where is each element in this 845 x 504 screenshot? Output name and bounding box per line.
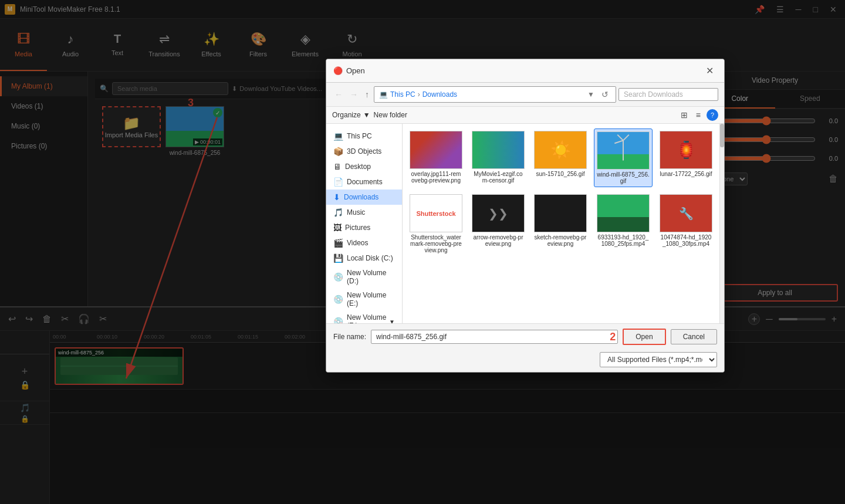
ds-localc[interactable]: 💾Local Disk (C:) <box>326 251 402 266</box>
pictures-icon: 🖼 <box>333 223 342 232</box>
open-dialog: 🔴 Open ✕ ← → ↑ 💻 This PC › Downloads ▼ ↺… <box>326 59 725 373</box>
df-arrow-thumb: ❯❯ <box>472 194 525 232</box>
df-sun-thumb: ☀️ <box>534 131 587 169</box>
filetype-row: All Supported Files (*.mp4;*.mc <box>326 350 724 372</box>
organize-label: Organize <box>332 111 361 119</box>
ds-videos[interactable]: 🎬Videos <box>326 235 402 251</box>
dialog-icon: 🔴 <box>333 66 343 75</box>
df-overlay[interactable]: overlay.jpg111-removebg-preview.png <box>407 128 465 187</box>
df-lunar-name: lunar-17722_256.gif <box>660 171 712 177</box>
path-downloads[interactable]: Downloads <box>422 90 457 99</box>
desktop-icon: 🖥 <box>333 162 342 171</box>
dialog-toolbar: Organize ▼ New folder ⊞ ≡ ? <box>326 107 724 124</box>
dialog-nav: ← → ↑ 💻 This PC › Downloads ▼ ↺ <box>326 83 724 107</box>
df-shutterstock-thumb: Shutterstock <box>410 194 462 232</box>
df-lunar-thumb: 🏮 <box>660 131 712 169</box>
df-mymovie[interactable]: MyMovie1-ezgif.com-censor.gif <box>469 128 527 187</box>
dialog-body: 💻This PC 📦3D Objects 🖥Desktop 📄Documents… <box>326 124 724 323</box>
df-wind[interactable]: wind-mill-6875_256.gif <box>594 128 653 187</box>
dialog-files: overlay.jpg111-removebg-preview.png MyMo… <box>403 124 719 323</box>
df-overlay-name: overlay.jpg111-removebg-preview.png <box>410 171 462 184</box>
path-bar: 💻 This PC › Downloads ▼ ↺ <box>374 86 616 103</box>
open-button[interactable]: Open <box>623 329 665 345</box>
dialog-scrollthumb <box>720 124 724 147</box>
cancel-button[interactable]: Cancel <box>671 329 717 344</box>
documents-icon: 📄 <box>333 177 343 187</box>
thispc-icon: 💻 <box>333 131 343 141</box>
back-button[interactable]: ← <box>332 89 345 100</box>
df-arrow[interactable]: ❯❯ arrow-removebg-preview.png <box>469 192 527 256</box>
df-sketch-thumb <box>534 194 587 232</box>
df-video1-thumb <box>597 194 650 232</box>
search-downloads-input[interactable] <box>618 88 718 101</box>
localc-icon: 💾 <box>333 253 343 263</box>
df-mymovie-thumb <box>472 131 525 169</box>
open-btn-wrapper: 2 Open <box>623 329 665 345</box>
wind-thumb-svg <box>597 131 649 170</box>
df-video1-name: 6933193-hd_1920_1080_25fps.mp4 <box>597 234 650 247</box>
dialog-close-button[interactable]: ✕ <box>702 64 717 77</box>
df-video2[interactable]: 🔧 10474874-hd_1920_1080_30fps.mp4 <box>657 192 715 256</box>
path-sep: › <box>418 90 420 99</box>
videos-nav-icon: 🎬 <box>333 238 343 248</box>
path-icon: 💻 <box>379 90 388 99</box>
df-video2-thumb: 🔧 <box>660 194 712 232</box>
ds-music[interactable]: 🎵Music <box>326 205 402 220</box>
path-dropdown-icon[interactable]: ▼ <box>587 90 594 99</box>
volf-icon: 💿 <box>333 317 343 323</box>
df-wind-name: wind-mill-6875_256.gif <box>597 171 650 184</box>
ds-pictures[interactable]: 🖼Pictures <box>326 220 402 235</box>
music-nav-icon: 🎵 <box>333 208 343 217</box>
dialog-title-bar: 🔴 Open ✕ <box>326 59 724 83</box>
dialog-overlay: 🔴 Open ✕ ← → ↑ 💻 This PC › Downloads ▼ ↺… <box>0 0 845 504</box>
df-sun[interactable]: ☀️ sun-15710_256.gif <box>532 128 589 187</box>
df-mymovie-name: MyMovie1-ezgif.com-censor.gif <box>472 171 525 184</box>
annotation-2: 2 <box>610 331 616 343</box>
ds-3dobjects[interactable]: 📦3D Objects <box>326 144 402 159</box>
vole-icon: 💿 <box>333 295 343 304</box>
df-shutterstock-name: Shutterstock_watermark-removebg-preview.… <box>410 234 462 253</box>
ds-vold[interactable]: 💿New Volume (D:) <box>326 266 402 288</box>
df-sun-name: sun-15710_256.gif <box>536 171 585 177</box>
df-shutterstock[interactable]: Shutterstock Shutterstock_watermark-remo… <box>407 192 465 256</box>
organize-button[interactable]: Organize ▼ <box>332 111 370 119</box>
filename-label: File name: <box>333 333 366 341</box>
path-thispc[interactable]: This PC <box>390 90 415 99</box>
downloads-icon: ⬇ <box>333 192 340 202</box>
filename-input[interactable] <box>371 330 618 344</box>
refresh-button[interactable]: ↺ <box>599 89 611 100</box>
organize-arrow: ▼ <box>363 111 370 119</box>
ds-volf[interactable]: 💿New Volume (F:)▼ <box>326 310 402 323</box>
df-sketch-name: sketch-removebg-preview.png <box>534 234 587 247</box>
new-folder-button[interactable]: New folder <box>374 111 407 119</box>
ds-thispc[interactable]: 💻This PC <box>326 128 402 144</box>
vold-icon: 💿 <box>333 272 343 282</box>
up-button[interactable]: ↑ <box>363 89 371 100</box>
dialog-scrollbar[interactable] <box>719 124 724 323</box>
df-video2-name: 10474874-hd_1920_1080_30fps.mp4 <box>660 234 712 247</box>
forward-button[interactable]: → <box>347 89 360 100</box>
help-button[interactable]: ? <box>707 109 718 121</box>
df-sketch[interactable]: sketch-removebg-preview.png <box>532 192 589 256</box>
ds-vole[interactable]: 💿New Volume (E:) <box>326 288 402 310</box>
dialog-title-text: Open <box>346 66 365 75</box>
df-wind-thumb <box>597 131 650 170</box>
view-grid-button[interactable]: ⊞ <box>678 109 690 121</box>
dialog-sidebar: 💻This PC 📦3D Objects 🖥Desktop 📄Documents… <box>326 124 403 323</box>
filetype-select[interactable]: All Supported Files (*.mp4;*.mc <box>600 352 717 367</box>
ds-downloads[interactable]: ⬇Downloads <box>326 190 402 205</box>
ds-desktop[interactable]: 🖥Desktop <box>326 159 402 174</box>
3dobjects-icon: 📦 <box>333 147 343 156</box>
dialog-footer: File name: 2 Open Cancel <box>326 323 724 350</box>
df-overlay-thumb <box>410 131 462 169</box>
df-video1[interactable]: 6933193-hd_1920_1080_25fps.mp4 <box>594 192 653 256</box>
df-arrow-name: arrow-removebg-preview.png <box>472 234 525 247</box>
view-list-button[interactable]: ≡ <box>694 109 703 121</box>
ds-documents[interactable]: 📄Documents <box>326 174 402 190</box>
df-lunar[interactable]: 🏮 lunar-17722_256.gif <box>657 128 715 187</box>
